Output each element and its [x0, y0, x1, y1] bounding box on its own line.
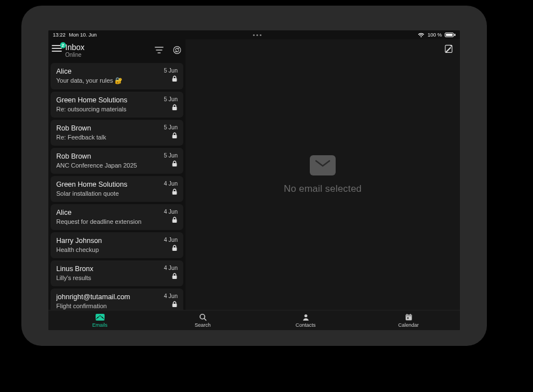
- unread-badge: 2: [60, 42, 66, 48]
- email-sender: johnright@tutamail.com: [56, 293, 130, 301]
- email-item[interactable]: Rob BrownANC Conference Japan 20255 Jun: [51, 148, 183, 174]
- svg-point-13: [304, 314, 307, 317]
- tab-bar: Emails Search Contacts: [48, 310, 460, 330]
- svg-rect-9: [173, 304, 177, 307]
- svg-rect-18: [407, 317, 409, 319]
- menu-button[interactable]: 2: [52, 45, 62, 52]
- empty-envelope-icon: [310, 155, 336, 175]
- tab-emails[interactable]: Emails: [48, 310, 151, 330]
- email-subject: Flight confirmation: [56, 303, 130, 309]
- svg-rect-4: [173, 163, 177, 166]
- email-item[interactable]: Rob BrownRe: Feedback talk5 Jun: [51, 120, 183, 146]
- email-sender: Alice: [56, 209, 142, 217]
- encrypted-icon: [171, 160, 178, 167]
- tablet-frame: 13:22 Mon 10. Jun 100 %: [21, 6, 487, 346]
- email-item[interactable]: Green Home SolutionsSolar installation q…: [51, 176, 183, 202]
- multitask-indicator[interactable]: [97, 34, 418, 36]
- email-sender: Green Home Solutions: [56, 181, 127, 188]
- battery-icon: [445, 33, 455, 37]
- email-subject: Your data, your rules 🔐: [56, 77, 123, 84]
- tab-emails-label: Emails: [92, 322, 107, 328]
- svg-rect-7: [173, 247, 177, 251]
- main-pane: No email selected: [186, 39, 460, 310]
- encrypted-icon: [171, 273, 178, 280]
- battery-percent: 100 %: [427, 32, 442, 38]
- encrypted-icon: [171, 217, 178, 223]
- email-date: 4 Jun: [164, 181, 178, 187]
- svg-rect-3: [173, 135, 177, 138]
- encrypted-icon: [171, 188, 178, 195]
- email-subject: Lilly's results: [56, 274, 93, 281]
- email-subject: Request for deadline extension: [56, 218, 142, 225]
- tab-contacts-label: Contacts: [296, 322, 316, 328]
- email-subject: Solar installation quote: [56, 190, 127, 197]
- email-subject: ANC Conference Japan 2025: [56, 162, 137, 169]
- tab-calendar-label: Calendar: [398, 322, 419, 328]
- connection-status: Online: [65, 52, 154, 58]
- tab-search[interactable]: Search: [151, 310, 254, 330]
- svg-rect-17: [410, 314, 410, 316]
- email-item[interactable]: Green Home SolutionsRe: outsourcing mate…: [51, 92, 183, 118]
- calendar-icon: [405, 313, 413, 322]
- encrypted-icon: [171, 75, 178, 82]
- folder-title: Inbox: [65, 43, 154, 52]
- sync-icon[interactable]: [172, 45, 182, 55]
- email-sender: Alice: [56, 67, 123, 75]
- tab-search-label: Search: [195, 322, 211, 328]
- svg-rect-16: [406, 314, 407, 316]
- svg-rect-2: [173, 107, 177, 110]
- status-date: Mon 10. Jun: [69, 32, 97, 38]
- filter-icon[interactable]: [154, 45, 164, 55]
- status-bar: 13:22 Mon 10. Jun 100 %: [48, 30, 460, 39]
- svg-rect-6: [173, 219, 177, 223]
- email-date: 4 Jun: [164, 293, 178, 299]
- encrypted-icon: [171, 104, 178, 111]
- svg-rect-8: [173, 276, 177, 279]
- emails-icon: [96, 314, 105, 321]
- svg-rect-15: [405, 315, 412, 317]
- email-date: 5 Jun: [164, 96, 178, 102]
- tab-contacts[interactable]: Contacts: [254, 310, 357, 330]
- email-sender: Linus Bronx: [56, 265, 93, 273]
- status-time: 13:22: [53, 32, 66, 38]
- contacts-icon: [302, 313, 310, 322]
- email-date: 5 Jun: [164, 67, 178, 74]
- email-subject: Re: outsourcing materials: [56, 106, 127, 112]
- email-item[interactable]: AliceYour data, your rules 🔐5 Jun: [51, 63, 183, 89]
- empty-state-text: No email selected: [284, 183, 362, 195]
- email-date: 4 Jun: [164, 209, 178, 215]
- email-subject: Re: Feedback talk: [56, 134, 106, 141]
- email-date: 4 Jun: [164, 265, 178, 271]
- email-subject: Health checkup: [56, 246, 102, 253]
- email-sender: Rob Brown: [56, 152, 137, 160]
- email-item[interactable]: Harry JohnsonHealth checkup4 Jun: [51, 232, 183, 258]
- email-sender: Harry Johnson: [56, 237, 102, 245]
- compose-button[interactable]: [444, 44, 454, 54]
- search-icon: [199, 313, 207, 322]
- encrypted-icon: [171, 301, 178, 308]
- encrypted-icon: [171, 132, 178, 139]
- svg-point-0: [174, 47, 181, 54]
- email-item[interactable]: Linus BronxLilly's results4 Jun: [51, 260, 183, 286]
- email-item[interactable]: AliceRequest for deadline extension4 Jun: [51, 204, 183, 230]
- screen: 13:22 Mon 10. Jun 100 %: [48, 30, 460, 330]
- sidebar: 2 Inbox Online: [48, 39, 186, 310]
- email-sender: Rob Brown: [56, 124, 106, 132]
- svg-rect-5: [173, 191, 177, 195]
- email-date: 5 Jun: [164, 152, 178, 159]
- email-sender: Green Home Solutions: [56, 96, 127, 104]
- email-list[interactable]: AliceYour data, your rules 🔐5 JunGreen H…: [48, 63, 186, 310]
- email-item[interactable]: johnright@tutamail.comFlight confirmatio…: [51, 289, 183, 310]
- tab-calendar[interactable]: Calendar: [357, 310, 460, 330]
- svg-rect-1: [173, 78, 177, 82]
- encrypted-icon: [171, 245, 178, 251]
- email-date: 4 Jun: [164, 237, 178, 243]
- wifi-icon: [418, 33, 424, 38]
- email-date: 5 Jun: [164, 124, 178, 130]
